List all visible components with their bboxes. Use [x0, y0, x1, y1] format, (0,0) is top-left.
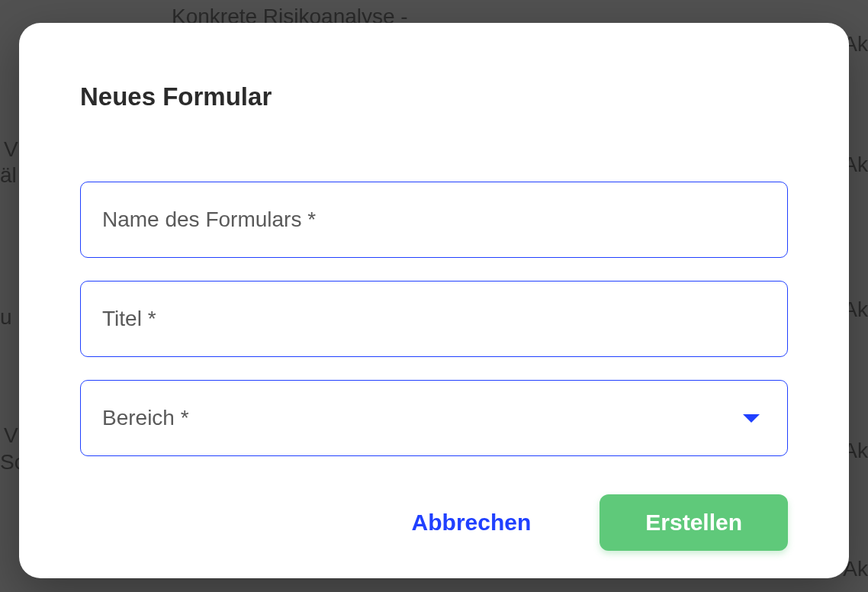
- bg-left-text: V: [4, 423, 18, 448]
- area-select[interactable]: Bereich *: [80, 380, 788, 456]
- modal-actions: Abbrechen Erstellen: [80, 456, 788, 551]
- chevron-down-icon: [743, 414, 760, 423]
- create-button[interactable]: Erstellen: [600, 494, 788, 551]
- modal-title: Neues Formular: [80, 82, 788, 111]
- bg-left-text: u: [0, 305, 12, 330]
- form-fields-container: Bereich *: [80, 182, 788, 456]
- form-name-input[interactable]: [80, 182, 788, 258]
- area-select-label: Bereich *: [102, 406, 189, 430]
- bg-left-text: V: [4, 137, 18, 162]
- cancel-button[interactable]: Abbrechen: [397, 502, 547, 543]
- new-form-modal: Neues Formular Bereich * Abbrechen Erste…: [19, 23, 849, 578]
- bg-left-text: äl: [0, 163, 17, 188]
- form-title-input[interactable]: [80, 281, 788, 357]
